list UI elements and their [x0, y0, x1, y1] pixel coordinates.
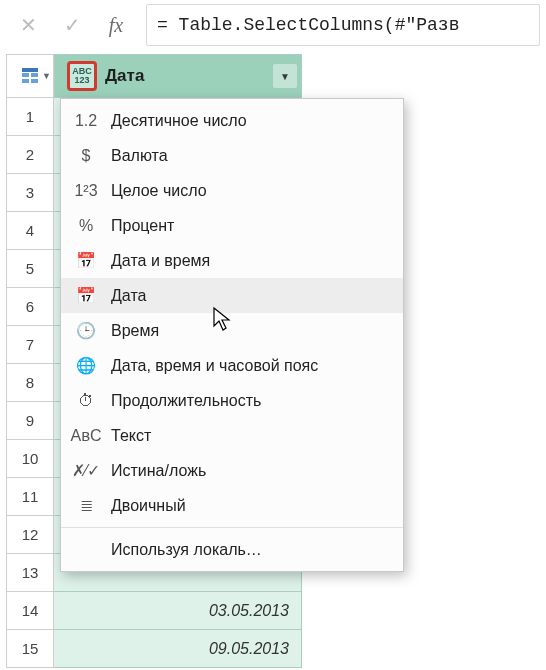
menu-item-label: Десятичное число	[111, 112, 247, 130]
row-header[interactable]: 7	[6, 326, 54, 364]
table-icon	[21, 67, 39, 85]
menu-item-integer[interactable]: 1²3 Целое число	[61, 173, 403, 208]
datetime-icon: 📅	[73, 251, 99, 270]
cell[interactable]: 03.05.2013	[54, 592, 302, 630]
menu-item-label: Процент	[111, 217, 174, 235]
formula-input[interactable]: = Table.SelectColumns(#"Разв	[146, 4, 540, 46]
row-header[interactable]: 4	[6, 212, 54, 250]
menu-item-label: Валюта	[111, 147, 168, 165]
menu-item-label: Время	[111, 322, 159, 340]
menu-item-decimal[interactable]: 1.2 Десятичное число	[61, 103, 403, 138]
svg-rect-1	[22, 73, 29, 77]
menu-item-label: Истина/ложь	[111, 462, 206, 480]
column-filter-button[interactable]: ▼	[273, 64, 297, 88]
row-header[interactable]: 12	[6, 516, 54, 554]
menu-item-label: Используя локаль…	[111, 541, 262, 559]
menu-item-label: Дата	[111, 287, 146, 305]
row-header[interactable]: 9	[6, 402, 54, 440]
menu-item-percent[interactable]: % Процент	[61, 208, 403, 243]
stopwatch-icon: ⏱	[73, 392, 99, 410]
cancel-button[interactable]: ✕	[6, 4, 50, 46]
integer-icon: 1²3	[73, 182, 99, 200]
accept-button[interactable]: ✓	[50, 4, 94, 46]
svg-rect-4	[31, 79, 38, 83]
menu-item-locale[interactable]: Используя локаль…	[61, 532, 403, 567]
row-header[interactable]: 8	[6, 364, 54, 402]
data-type-chip[interactable]: ABC 123	[67, 61, 97, 91]
svg-rect-3	[22, 79, 29, 83]
data-type-menu: 1.2 Десятичное число $ Валюта 1²3 Целое …	[60, 98, 404, 572]
row-header[interactable]: 11	[6, 478, 54, 516]
type-chip-bottom: 123	[74, 76, 89, 85]
menu-item-label: Дата и время	[111, 252, 210, 270]
menu-item-label: Целое число	[111, 182, 207, 200]
row-header[interactable]: 1	[6, 98, 54, 136]
svg-rect-2	[31, 73, 38, 77]
menu-item-date[interactable]: 📅 Дата	[61, 278, 403, 313]
row-header[interactable]: 15	[6, 630, 54, 668]
menu-separator	[61, 527, 403, 528]
table-row: 1509.05.2013	[6, 630, 546, 668]
menu-item-datetimezone[interactable]: 🌐 Дата, время и часовой пояс	[61, 348, 403, 383]
menu-item-label: Двоичный	[111, 497, 186, 515]
row-header[interactable]: 13	[6, 554, 54, 592]
decimal-icon: 1.2	[73, 112, 99, 130]
formula-bar: ✕ ✓ fx = Table.SelectColumns(#"Разв	[6, 4, 540, 46]
menu-item-label: Текст	[111, 427, 151, 445]
globe-icon: 🌐	[73, 356, 99, 375]
percent-icon: %	[73, 217, 99, 235]
text-icon: AʙC	[73, 426, 99, 445]
menu-item-label: Дата, время и часовой пояс	[111, 357, 318, 375]
date-icon: 📅	[73, 286, 99, 305]
row-header[interactable]: 6	[6, 288, 54, 326]
row-header[interactable]: 3	[6, 174, 54, 212]
svg-rect-0	[22, 68, 38, 72]
row-header[interactable]: 14	[6, 592, 54, 630]
currency-icon: $	[73, 147, 99, 165]
boolean-icon: ✗⁄✓	[73, 461, 99, 480]
row-header[interactable]: 2	[6, 136, 54, 174]
menu-item-duration[interactable]: ⏱ Продолжительность	[61, 383, 403, 418]
menu-item-label: Продолжительность	[111, 392, 261, 410]
chevron-down-icon: ▼	[42, 71, 51, 81]
binary-icon: ≣	[73, 496, 99, 515]
menu-item-text[interactable]: AʙC Текст	[61, 418, 403, 453]
menu-item-time[interactable]: 🕒 Время	[61, 313, 403, 348]
menu-item-datetime[interactable]: 📅 Дата и время	[61, 243, 403, 278]
menu-item-boolean[interactable]: ✗⁄✓ Истина/ложь	[61, 453, 403, 488]
row-header[interactable]: 10	[6, 440, 54, 478]
menu-item-currency[interactable]: $ Валюта	[61, 138, 403, 173]
menu-item-binary[interactable]: ≣ Двоичный	[61, 488, 403, 523]
table-row: 1403.05.2013	[6, 592, 546, 630]
fx-button[interactable]: fx	[94, 4, 138, 46]
cell[interactable]: 09.05.2013	[54, 630, 302, 668]
time-icon: 🕒	[73, 321, 99, 340]
formula-bar-controls: ✕ ✓ fx	[6, 4, 138, 46]
column-header[interactable]: ABC 123 Дата ▼	[54, 54, 302, 98]
row-header[interactable]: 5	[6, 250, 54, 288]
select-all-cell[interactable]: ▼	[6, 54, 54, 98]
column-header-label: Дата	[105, 66, 144, 86]
header-row: ▼ ABC 123 Дата ▼	[6, 54, 546, 98]
